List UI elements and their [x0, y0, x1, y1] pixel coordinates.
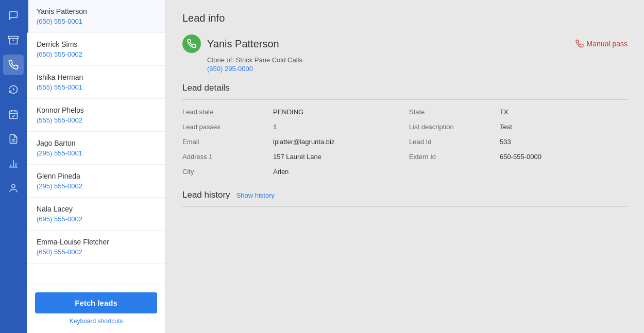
chat-nav-icon[interactable]: [3, 5, 24, 26]
list-item[interactable]: Yanis Patterson (650) 555-0001: [27, 0, 165, 33]
main-content: Lead info Yanis Patterson Manual pass Cl…: [166, 0, 644, 333]
svg-rect-2: [10, 111, 18, 118]
lead-passes-label: Lead passes: [182, 123, 265, 131]
chart-nav-icon[interactable]: [3, 153, 24, 174]
lead-header-left: Yanis Patterson: [182, 34, 279, 53]
svg-point-12: [12, 185, 15, 188]
show-history-link[interactable]: Show history: [236, 191, 275, 199]
fetch-leads-button[interactable]: Fetch leads: [35, 292, 157, 313]
clone-phone: (650) 295-0000: [207, 65, 628, 73]
email-value: lplatter@lagrunta.biz: [273, 138, 401, 146]
icon-nav: [0, 0, 27, 333]
page-title: Lead info: [182, 12, 628, 24]
inbox-nav-icon[interactable]: [3, 30, 24, 50]
extern-id-value: 650-555-0000: [500, 153, 628, 161]
list-description-label: List description: [409, 123, 492, 131]
list-item[interactable]: Ishika Herman (555) 555-0001: [27, 66, 165, 99]
lead-item-name: Ishika Herman: [37, 73, 157, 81]
lead-item-phone: (295) 555-0001: [37, 149, 157, 157]
lead-card: Yanis Patterson Manual pass Clone of: St…: [182, 34, 628, 73]
manual-pass-label: Manual pass: [587, 40, 628, 48]
clone-info: Clone of: Strick Pane Cold Calls: [207, 56, 628, 64]
lead-item-name: Konnor Phelps: [37, 106, 157, 114]
city-value: Arlen: [273, 168, 401, 176]
details-divider: [182, 99, 628, 100]
history-title: Lead history: [182, 190, 230, 200]
users-nav-icon[interactable]: [3, 178, 24, 199]
lead-item-name: Yanis Patterson: [37, 7, 157, 15]
list-item[interactable]: Konnor Phelps (555) 555-0002: [27, 99, 165, 132]
details-title: Lead details: [182, 83, 628, 93]
lead-passes-value: 1: [273, 123, 401, 131]
lead-item-phone: (555) 555-0001: [37, 83, 157, 91]
list-item[interactable]: Jago Barton (295) 555-0001: [27, 132, 165, 165]
manual-pass-button[interactable]: Manual pass: [575, 40, 628, 48]
phone-avatar-icon: [182, 34, 201, 53]
list-description-value: Test: [500, 123, 628, 131]
address1-label: Address 1: [182, 153, 265, 161]
list-item[interactable]: Emma-Louise Fletcher (650) 555-0002: [27, 231, 165, 264]
keyboard-shortcuts-link[interactable]: Keyboard shortcuts: [70, 318, 123, 325]
lead-item-name: Glenn Pineda: [37, 172, 157, 180]
city-label: City: [182, 168, 265, 176]
state-label: State: [409, 108, 492, 116]
leads-panel: Yanis Patterson (650) 555-0001 Derrick S…: [27, 0, 166, 333]
svg-rect-0: [9, 37, 18, 39]
lead-item-phone: (555) 555-0002: [37, 116, 157, 124]
lead-header: Yanis Patterson Manual pass: [182, 34, 628, 53]
lead-item-phone: (650) 555-0001: [37, 17, 157, 25]
list-item[interactable]: Nala Lacey (695) 555-0002: [27, 198, 165, 231]
email-label: Email: [182, 138, 265, 146]
address1-value: 157 Laurel Lane: [273, 153, 401, 161]
lead-state-label: Lead state: [182, 108, 265, 116]
history-divider: [182, 206, 628, 207]
lead-id-label: Lead Id: [409, 138, 492, 146]
details-grid: Lead state PENDING State TX Lead passes …: [182, 108, 628, 176]
calendar-nav-icon[interactable]: [3, 104, 24, 125]
notes-nav-icon[interactable]: [3, 129, 24, 149]
lead-state-value: PENDING: [273, 108, 401, 116]
leads-footer: Fetch leads Keyboard shortcuts: [27, 284, 165, 333]
history-header: Lead history Show history: [182, 190, 628, 200]
lead-item-phone: (650) 555-0002: [37, 248, 157, 256]
extern-id-label: Extern Id: [409, 153, 492, 161]
list-item[interactable]: Derrick Sims (650) 555-0002: [27, 33, 165, 66]
lead-item-name: Emma-Louise Fletcher: [37, 238, 157, 246]
lead-item-name: Nala Lacey: [37, 205, 157, 213]
state-value: TX: [500, 108, 628, 116]
lead-item-phone: (295) 555-0002: [37, 182, 157, 190]
lead-id-value: 533: [500, 138, 628, 146]
lead-item-name: Derrick Sims: [37, 40, 157, 48]
history-nav-icon[interactable]: [3, 79, 24, 100]
lead-display-name: Yanis Patterson: [207, 38, 279, 50]
lead-item-phone: (695) 555-0002: [37, 215, 157, 223]
phone-nav-icon[interactable]: [3, 55, 24, 75]
list-item[interactable]: Glenn Pineda (295) 555-0002: [27, 165, 165, 198]
lead-item-phone: (650) 555-0002: [37, 50, 157, 58]
leads-list: Yanis Patterson (650) 555-0001 Derrick S…: [27, 0, 165, 284]
lead-item-name: Jago Barton: [37, 139, 157, 147]
